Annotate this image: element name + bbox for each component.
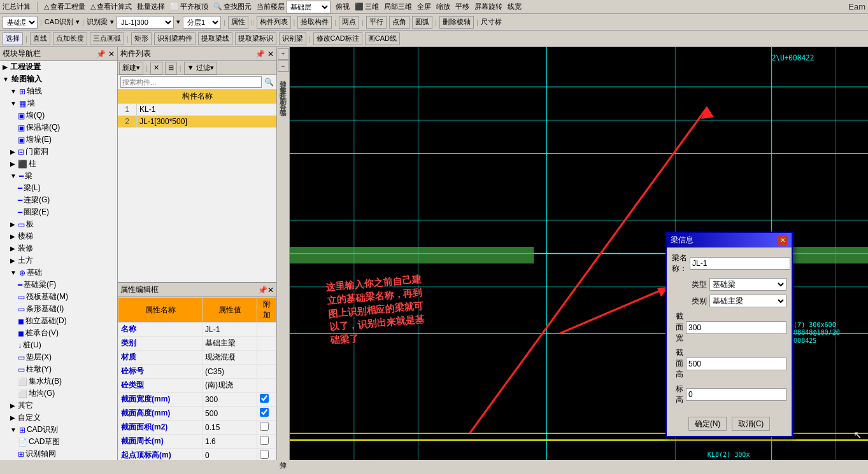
elevation-input[interactable] bbox=[686, 388, 786, 401]
layer-select[interactable]: 基础层 bbox=[3, 16, 38, 29]
tree-item-cad-draft[interactable]: 📄 CAD草图 bbox=[0, 436, 117, 448]
identify-btn[interactable]: 识别梁 bbox=[279, 32, 306, 45]
toolbar-btn-align[interactable]: ⬜ 平齐板顶 bbox=[170, 2, 208, 11]
side-label-refresh[interactable]: 刷新 bbox=[278, 90, 288, 95]
side-btn-minus[interactable]: − bbox=[278, 60, 289, 72]
toolbar-btn-pan[interactable]: 平移 bbox=[455, 2, 469, 11]
tree-item-pile[interactable]: ↓ 桩(U) bbox=[0, 339, 117, 351]
side-label-merge[interactable]: 合并 bbox=[278, 95, 288, 101]
tree-item-draw[interactable]: ▼ 绘图输入 bbox=[0, 73, 117, 85]
side-label-copy[interactable]: 偏移 bbox=[278, 101, 288, 106]
type-select[interactable]: 基础梁 bbox=[709, 278, 786, 291]
width-check[interactable] bbox=[260, 394, 269, 403]
rect-btn[interactable]: 矩形 bbox=[131, 32, 152, 45]
side-label-move[interactable]: 打断 bbox=[278, 84, 288, 89]
tree-item-wall[interactable]: ▼ ▦ 墙 bbox=[0, 97, 117, 109]
elev-check[interactable] bbox=[260, 450, 269, 459]
tree-item-raft[interactable]: ▭ 筏板基础(M) bbox=[0, 291, 117, 303]
select-btn[interactable]: 选择 bbox=[3, 32, 23, 45]
toolbar-btn-find[interactable]: 🔍 查找图元 bbox=[213, 2, 252, 11]
toolbar-btn-3d[interactable]: ⬛ 三维 bbox=[355, 2, 379, 11]
cancel-btn[interactable]: 取消(C) bbox=[732, 417, 770, 431]
extract-mark-btn[interactable]: 提取梁标识 bbox=[235, 32, 276, 45]
beam-name-input[interactable] bbox=[690, 257, 790, 270]
tree-item-cad[interactable]: ▼ ⊞ CAD识别 bbox=[0, 424, 117, 436]
tree-item-cushion[interactable]: ▭ 垫层(X) bbox=[0, 351, 117, 363]
toolbar-btn-zoom[interactable]: 缩放 bbox=[436, 2, 450, 11]
tree-item-trench[interactable]: ⬜ 地沟(G) bbox=[0, 387, 117, 400]
toolbar-btn-fullscreen[interactable]: 全屏 bbox=[417, 2, 431, 11]
tree-item-foundation[interactable]: ▼ ⊕ 基础 bbox=[0, 267, 117, 279]
area-check[interactable] bbox=[260, 422, 269, 431]
search-icon[interactable]: 🔍 bbox=[264, 78, 274, 87]
beam-select[interactable]: JL-1[300 bbox=[117, 16, 174, 29]
section-width-input[interactable] bbox=[686, 321, 786, 334]
toolbar-btn-rotate[interactable]: 屏幕旋转 bbox=[474, 2, 502, 11]
tree-item-other[interactable]: ▶ 其它 bbox=[0, 400, 117, 412]
tree-item-sump[interactable]: ⬜ 集水坑(B) bbox=[0, 375, 117, 387]
mid-pin-icon[interactable]: 📌 bbox=[255, 50, 265, 59]
tree-item-beam-l[interactable]: ━ 梁(L) bbox=[0, 182, 117, 194]
confirm-btn[interactable]: 确定(N) bbox=[688, 417, 727, 431]
tree-item-beam[interactable]: ▼ ━ 梁 bbox=[0, 170, 117, 182]
layer2-select[interactable]: 分层1 bbox=[183, 16, 221, 29]
search-input[interactable] bbox=[120, 76, 262, 88]
extract-line-btn[interactable]: 提取梁线 bbox=[198, 32, 232, 45]
tree-item-corbel[interactable]: ▭ 柱墩(Y) bbox=[0, 363, 117, 375]
mid-close-icon[interactable]: ✕ bbox=[267, 50, 274, 59]
tree-item-door[interactable]: ▶ ⊟ 门窗洞 bbox=[0, 146, 117, 158]
two-point-btn[interactable]: 两点 bbox=[339, 16, 359, 29]
tree-item-fbeam[interactable]: ━ 基础梁(F) bbox=[0, 279, 117, 291]
attr-pin-icon[interactable]: 📌 bbox=[258, 286, 267, 295]
tree-item-isolated[interactable]: ◼ 独立基础(D) bbox=[0, 315, 117, 327]
tree-item-project[interactable]: ▶ 工程设置 bbox=[0, 61, 117, 73]
property-btn[interactable]: 属性 bbox=[228, 16, 248, 29]
filter-btn[interactable]: ▼ 过滤▾ bbox=[184, 62, 217, 74]
tree-item-beam-g[interactable]: ━ 连梁(G) bbox=[0, 194, 117, 206]
dialog-title-bar[interactable]: 梁信息 ✕ bbox=[667, 233, 792, 247]
toolbar-btn-calc[interactable]: 汇总计算 bbox=[3, 2, 31, 11]
tree-item-axis[interactable]: ▼ ⊞ 轴线 bbox=[0, 85, 117, 97]
parallel-btn[interactable]: 平行 bbox=[366, 16, 387, 29]
circle-btn[interactable]: 圆弧 bbox=[412, 16, 432, 29]
comp-row-kl1[interactable]: 1 KL-1 bbox=[118, 104, 276, 116]
tree-item-wallpost[interactable]: ▣ 墙垛(E) bbox=[0, 134, 117, 146]
toolbar-btn-view[interactable]: 俯视 bbox=[336, 2, 350, 11]
toolbar-btn-curlayer[interactable]: 当前楼层 基础层 bbox=[257, 1, 331, 13]
tree-item-cad-axis[interactable]: ⊞ 识别轴网 bbox=[0, 448, 117, 460]
tree-item-decor[interactable]: ▶ 装修 bbox=[0, 242, 117, 254]
height-check[interactable] bbox=[260, 408, 269, 417]
floor-select[interactable]: 基础层 bbox=[286, 1, 331, 13]
remove-axis-btn[interactable]: 删除棱轴 bbox=[439, 16, 474, 29]
side-label-trim[interactable]: 非修剪 bbox=[278, 78, 288, 83]
modify-cad-btn[interactable]: 修改CAD标注 bbox=[313, 32, 362, 45]
side-label-pull[interactable]: 拉伸 bbox=[278, 454, 288, 459]
class-select[interactable]: 基础主梁 bbox=[709, 295, 786, 307]
peri-check[interactable] bbox=[260, 436, 269, 445]
tree-item-strip[interactable]: ▭ 条形基础(I) bbox=[0, 303, 117, 315]
comp-row-jl1[interactable]: 2 JL-1[300*500] bbox=[118, 116, 276, 128]
new-comp-btn[interactable]: 新建▾ bbox=[119, 62, 143, 74]
tree-item-cap[interactable]: ◼ 桩承台(V) bbox=[0, 327, 117, 339]
toolbar-btn-local3d[interactable]: 局部三维 bbox=[384, 2, 412, 11]
draw-cad-btn[interactable]: 画CAD线 bbox=[365, 32, 400, 45]
toolbar-btn-formula[interactable]: △ 查看计算式 bbox=[90, 2, 132, 11]
tree-container[interactable]: ▶ 工程设置 ▼ 绘图输入 ▼ ⊞ 轴线 ▼ ▦ 墙 ▣ 墙(Q) bbox=[0, 61, 117, 460]
attr-close-icon[interactable]: ✕ bbox=[267, 286, 274, 295]
line-btn[interactable]: 直线 bbox=[30, 32, 50, 45]
toolbar-btn-quantity[interactable]: △ 查看工程量 bbox=[44, 2, 85, 11]
point-len-btn[interactable]: 点加长度 bbox=[53, 32, 87, 45]
section-height-input[interactable] bbox=[686, 358, 786, 370]
three-point-btn[interactable]: 三点画弧 bbox=[90, 32, 124, 45]
side-btn-plus[interactable]: + bbox=[278, 48, 289, 60]
copy-comp-btn[interactable]: ⊞ bbox=[165, 62, 177, 74]
tree-item-earth[interactable]: ▶ 土方 bbox=[0, 254, 117, 267]
comp-list-btn[interactable]: 构件列表 bbox=[257, 16, 291, 29]
pick-comp-btn[interactable]: 拾取构件 bbox=[297, 16, 332, 29]
dialog-close-btn[interactable]: ✕ bbox=[778, 236, 788, 245]
toolbar-btn-batch[interactable]: 批量选择 bbox=[137, 2, 165, 11]
tree-item-col[interactable]: ▶ ⬛ 柱 bbox=[0, 158, 117, 170]
close-icon[interactable]: ✕ bbox=[108, 50, 115, 59]
cad-viewport[interactable]: 2\U+008422 KL11(7) 300x600 \U+008848@100… bbox=[290, 47, 868, 460]
pin-icon[interactable]: 📌 bbox=[96, 50, 106, 59]
